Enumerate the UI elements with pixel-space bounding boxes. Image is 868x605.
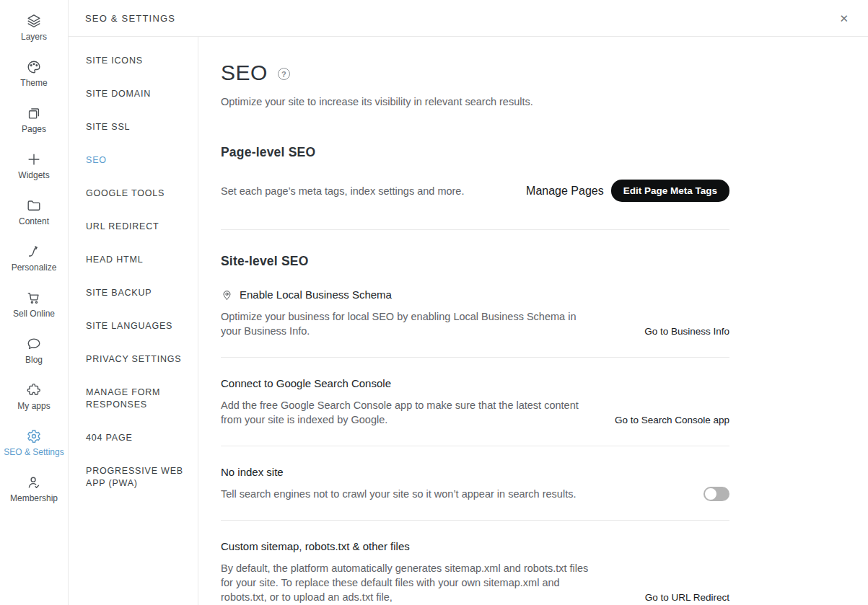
row-description: Optimize your business for local SEO by … [221,309,589,338]
go-to-url-redirect-link[interactable]: Go to URL Redirect [645,592,729,604]
sidebar-item-label: Content [19,217,49,226]
sidebar-item-label: Theme [20,79,47,88]
sidebar-item-seo-settings[interactable]: SEO & Settings [0,420,68,466]
sidebar-item-label: Blog [25,356,43,365]
no-index-site-row: No index site Tell search engines not to… [221,446,729,521]
sidebar-item-my-apps[interactable]: My apps [0,374,68,420]
row-description: By default, the platform automatically g… [221,561,589,604]
nav-item-google-tools[interactable]: GOOGLE TOOLS [69,177,198,211]
nav-item-404-page[interactable]: 404 PAGE [69,422,198,455]
page-title: SEO [221,61,268,85]
sidebar-item-label: Personalize [12,263,57,273]
sidebar-item-label: Membership [10,494,58,503]
close-icon[interactable]: ✕ [836,10,851,27]
curve-arrow-icon [26,244,42,260]
custom-sitemap-row: Custom sitemap, robots.txt & other files… [221,521,729,605]
plus-icon [26,151,42,167]
nav-item-privacy-settings[interactable]: PRIVACY SETTINGS [69,343,198,376]
gear-icon [26,428,42,444]
nav-item-site-icons[interactable]: SITE ICONS [69,45,198,78]
sidebar-item-membership[interactable]: Membership [0,466,68,512]
cart-icon [26,290,42,306]
sidebar-item-blog[interactable]: Blog [0,327,68,374]
go-to-business-info-link[interactable]: Go to Business Info [644,326,729,338]
sidebar-item-label: Pages [22,125,46,134]
nav-item-site-backup[interactable]: SITE BACKUP [69,277,198,310]
page-level-seo-heading: Page-level SEO [221,145,729,160]
nav-item-seo[interactable]: SEO [69,144,198,177]
sidebar-item-layers[interactable]: Layers [0,4,68,50]
nav-item-site-domain[interactable]: SITE DOMAIN [69,78,198,111]
sidebar-item-content[interactable]: Content [0,189,68,235]
row-title: Custom sitemap, robots.txt & other files [221,540,410,552]
page-level-seo-description: Set each page’s meta tags, index setting… [221,185,464,197]
manage-pages-button[interactable]: Manage Pages [526,185,604,198]
app-window: Layers Theme Pages Widgets Content [0,0,868,605]
edit-page-meta-tags-button[interactable]: Edit Page Meta Tags [611,180,729,202]
folder-icon [26,198,42,213]
sidebar-item-label: Sell Online [13,309,55,319]
sidebar-item-sell-online[interactable]: Sell Online [0,281,68,327]
page-subtitle: Optimize your site to increase its visib… [221,96,729,107]
local-business-schema-row: Enable Local Business Schema Optimize yo… [221,269,729,358]
row-description: Add the free Google Search Console app t… [221,398,589,427]
page-level-seo-row: Set each page’s meta tags, index setting… [221,180,729,230]
sidebar-item-pages[interactable]: Pages [0,97,68,143]
sidebar-item-label: SEO & Settings [4,448,63,457]
main-sidebar: Layers Theme Pages Widgets Content [0,0,69,605]
puzzle-icon [26,382,42,398]
sidebar-item-label: Layers [21,32,47,42]
location-pin-icon [221,288,233,301]
panel-body: SITE ICONS SITE DOMAIN SITE SSL SEO GOOG… [69,37,868,605]
settings-panel: SEO & SETTINGS ✕ SITE ICONS SITE DOMAIN … [69,0,868,605]
pages-icon [26,105,42,121]
speech-bubble-icon [26,336,42,352]
row-title: Connect to Google Search Console [221,377,391,389]
search-console-row: Connect to Google Search Console Add the… [221,358,729,446]
no-index-toggle[interactable] [703,487,729,501]
sidebar-item-label: Widgets [18,171,49,180]
settings-nav: SITE ICONS SITE DOMAIN SITE SSL SEO GOOG… [69,37,198,605]
go-to-search-console-link[interactable]: Go to Search Console app [615,415,729,427]
sidebar-item-theme[interactable]: Theme [0,50,68,97]
toggle-knob [705,488,716,500]
row-title: Enable Local Business Schema [240,288,392,301]
nav-item-site-ssl[interactable]: SITE SSL [69,111,198,144]
sidebar-item-label: My apps [17,402,50,411]
seo-content: SEO ? Optimize your site to increase its… [198,37,868,605]
theme-icon [26,59,42,75]
sidebar-item-widgets[interactable]: Widgets [0,143,68,189]
panel-title: SEO & SETTINGS [85,13,175,24]
row-description: Tell search engines not to crawl your si… [221,487,576,501]
person-check-icon [26,474,42,490]
nav-item-pwa[interactable]: PROGRESSIVE WEB APP (PWA) [69,455,198,500]
help-icon[interactable]: ? [278,68,290,80]
nav-item-url-redirect[interactable]: URL REDIRECT [69,211,198,244]
nav-item-site-languages[interactable]: SITE LANGUAGES [69,310,198,343]
layers-icon [26,13,42,29]
row-title: No index site [221,466,284,478]
site-level-seo-heading: Site-level SEO [221,254,729,269]
panel-header: SEO & SETTINGS ✕ [69,0,868,37]
nav-item-head-html[interactable]: HEAD HTML [69,244,198,277]
nav-item-manage-form-responses[interactable]: MANAGE FORM RESPONSES [69,376,198,422]
sidebar-item-personalize[interactable]: Personalize [0,235,68,281]
